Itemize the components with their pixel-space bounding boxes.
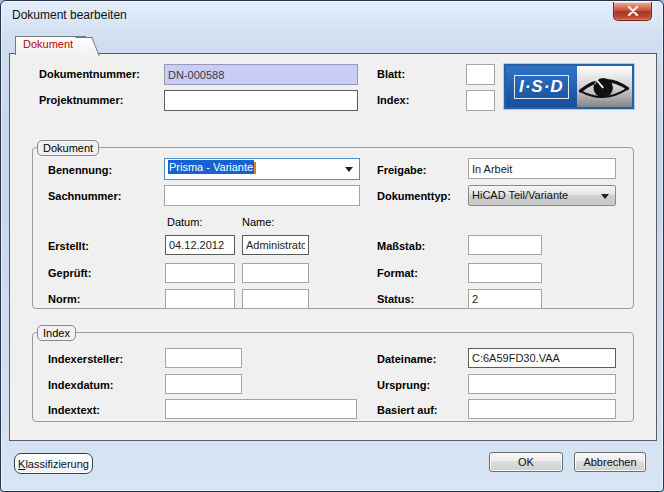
indexdatum-field[interactable] [165,374,242,394]
indexdatum-label: Indexdatum: [48,379,113,391]
projektnummer-label: Projektnummer: [39,94,123,106]
abbrechen-button[interactable]: Abbrechen [574,452,646,472]
basiert-auf-label: Basiert auf: [377,404,438,416]
dateiname-field[interactable] [468,348,616,368]
chevron-down-icon [345,167,353,172]
dokumenttyp-label: Dokumenttyp: [377,190,451,202]
geprueft-name-field[interactable] [242,263,309,283]
index-groupbox-title: Index [37,325,76,341]
chevron-down-icon [601,194,609,199]
ursprung-field[interactable] [468,374,616,394]
status-field[interactable] [468,289,542,309]
tab-content-panel: Dokumentnummer: Projektnummer: Blatt: In… [9,53,657,441]
dokumentnummer-field[interactable] [164,64,358,85]
format-field[interactable] [468,263,542,283]
isd-logo-text: I·S·D [506,66,577,107]
erstellt-label: Erstellt: [48,240,89,252]
datum-column-header: Datum: [167,216,202,228]
index-label: Index: [377,94,409,106]
erstellt-name-field[interactable] [242,235,309,255]
indextext-label: Indextext: [48,404,100,416]
window-title: Dokument bearbeiten [12,8,127,22]
projektnummer-field[interactable] [164,90,358,111]
status-label: Status: [377,293,414,305]
freigabe-field[interactable] [468,158,616,179]
indexersteller-field[interactable] [165,348,242,368]
sachnummer-field[interactable] [164,185,360,206]
blatt-label: Blatt: [377,68,405,80]
sachnummer-label: Sachnummer: [48,190,121,202]
geprueft-datum-field[interactable] [165,263,235,283]
ursprung-label: Ursprung: [377,379,430,391]
dateiname-label: Dateiname: [377,353,436,365]
dokument-groupbox-title: Dokument [37,140,99,156]
benennung-label: Benennung: [48,164,112,176]
massstab-field[interactable] [468,235,542,255]
indexersteller-label: Indexersteller: [48,353,123,365]
norm-label: Norm: [48,293,80,305]
eye-icon [577,66,632,107]
dokumentnummer-label: Dokumentnummer: [39,68,140,80]
freigabe-label: Freigabe: [377,164,427,176]
index-field[interactable] [466,90,495,111]
benennung-selected-text: Prisma - Variante [168,160,254,174]
title-bar[interactable]: Dokument bearbeiten [1,1,663,31]
norm-datum-field[interactable] [165,289,235,309]
close-button[interactable] [613,2,652,21]
dokumenttyp-dropdown[interactable]: HiCAD Teil/Variante [468,185,616,206]
tab-dokument-label: Dokument [23,38,73,50]
klassifizierung-button[interactable]: Klassifizierung [14,453,93,474]
ok-button[interactable]: OK [489,452,563,472]
isd-logo: I·S·D [504,64,634,109]
basiert-auf-field[interactable] [468,399,616,419]
close-icon [627,6,639,16]
benennung-combobox[interactable]: Prisma - Variante [164,158,360,180]
format-label: Format: [377,267,418,279]
ok-button-label: OK [490,456,562,468]
abbrechen-button-label: Abbrechen [575,456,645,468]
massstab-label: Maßstab: [377,240,425,252]
indextext-field[interactable] [165,399,357,419]
erstellt-datum-field[interactable] [165,235,235,255]
blatt-field[interactable] [466,64,495,85]
name-column-header: Name: [242,216,274,228]
norm-name-field[interactable] [242,289,309,309]
dokumenttyp-selected-text: HiCAD Teil/Variante [472,189,568,201]
geprueft-label: Geprüft: [48,267,91,279]
text-caret [254,162,256,174]
dialog-window: Dokument bearbeiten Dokument Dokumentnum… [0,0,664,492]
